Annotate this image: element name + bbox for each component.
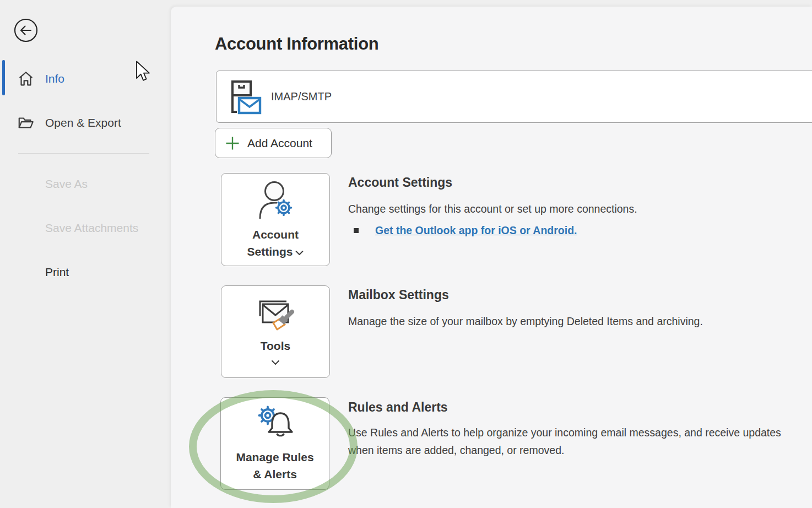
section-body: Change settings for this account or set … (348, 200, 637, 218)
page-title: Account Information (215, 34, 378, 54)
account-information-panel: Account Information IMAP/SMTP A (171, 7, 812, 508)
add-account-label: Add Account (247, 137, 312, 150)
mailbox-account-icon (225, 80, 262, 115)
mail-cleanup-icon (253, 299, 297, 335)
section-heading: Rules and Alerts (348, 400, 448, 415)
section-heading: Mailbox Settings (348, 288, 449, 302)
sidebar-item-info[interactable]: Info (0, 60, 171, 98)
home-icon (17, 70, 35, 88)
sidebar-item-label: Open & Export (45, 116, 121, 129)
get-outlook-app-link[interactable]: Get the Outlook app for iOS or Android. (375, 224, 577, 237)
sidebar-item-print[interactable]: Print (45, 266, 69, 279)
open-folder-icon (17, 114, 35, 132)
account-type-label: IMAP/SMTP (271, 90, 332, 103)
section-body: Use Rules and Alerts to help organize yo… (348, 424, 804, 459)
back-button[interactable] (14, 18, 38, 42)
add-account-button[interactable]: Add Account (215, 128, 332, 158)
sidebar-item-open-export[interactable]: Open & Export (0, 104, 171, 142)
backstage-sidebar: Info Open & Export Save As Save Attachme… (0, 0, 171, 508)
plus-icon (224, 135, 241, 152)
back-arrow-icon (14, 18, 38, 42)
section-body: Manage the size of your mailbox by empty… (348, 312, 703, 330)
account-selector[interactable]: IMAP/SMTP (216, 71, 812, 123)
chevron-down-icon (295, 250, 304, 256)
tile-label: Tools (261, 337, 290, 354)
tile-label: Manage Rules & Alerts (236, 448, 313, 483)
tile-label: Account Settings (247, 226, 304, 260)
gear-bell-icon (250, 404, 300, 445)
sidebar-item-label: Info (45, 72, 64, 85)
person-gear-icon (250, 180, 301, 223)
account-settings-button[interactable]: Account Settings (221, 173, 330, 266)
sidebar-divider (18, 153, 149, 154)
tools-button[interactable]: Tools (221, 285, 330, 378)
section-heading: Account Settings (348, 175, 452, 190)
chevron-down-icon (271, 360, 280, 365)
link-row: Get the Outlook app for iOS or Android. (354, 224, 577, 237)
manage-rules-alerts-button[interactable]: Manage Rules & Alerts (220, 397, 329, 490)
sidebar-item-save-as: Save As (45, 177, 88, 191)
outlook-backstage: Info Open & Export Save As Save Attachme… (0, 0, 812, 508)
bullet-icon (354, 228, 359, 233)
sidebar-item-save-attachments: Save Attachments (45, 221, 138, 235)
